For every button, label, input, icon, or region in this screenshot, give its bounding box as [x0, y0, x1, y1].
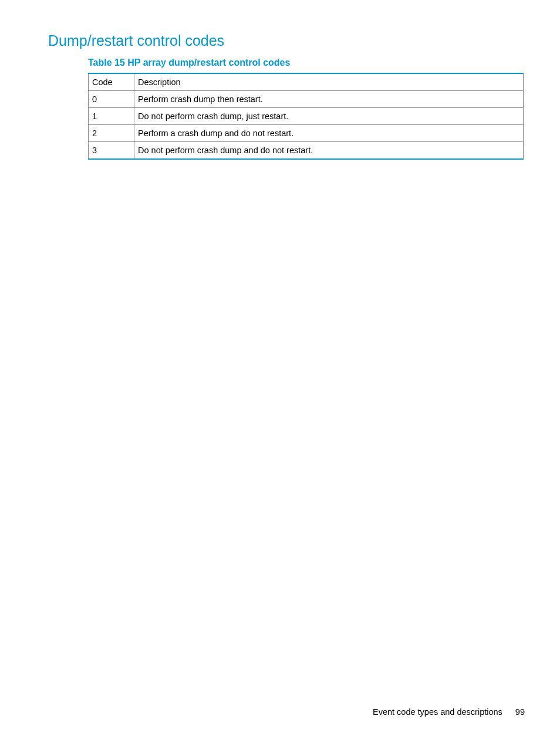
cell-code: 1: [89, 108, 134, 125]
cell-description: Perform a crash dump and do not restart.: [134, 125, 524, 142]
header-code: Code: [89, 73, 134, 91]
table-row: 0 Perform crash dump then restart.: [89, 91, 524, 108]
cell-description: Do not perform crash dump, just restart.: [134, 108, 524, 125]
table-container: Table 15 HP array dump/restart control c…: [88, 58, 525, 160]
cell-code: 0: [89, 91, 134, 108]
control-codes-table: Code Description 0 Perform crash dump th…: [88, 73, 524, 160]
section-heading: Dump/restart control codes: [48, 32, 525, 49]
page-number: 99: [515, 707, 525, 717]
cell-code: 2: [89, 125, 134, 142]
header-description: Description: [134, 73, 524, 91]
cell-description: Do not perform crash dump and do not res…: [134, 142, 524, 160]
table-row: 2 Perform a crash dump and do not restar…: [89, 125, 524, 142]
cell-description: Perform crash dump then restart.: [134, 91, 524, 108]
footer-section-text: Event code types and descriptions: [373, 707, 502, 717]
table-row: 1 Do not perform crash dump, just restar…: [89, 108, 524, 125]
page-footer: Event code types and descriptions 99: [373, 707, 525, 717]
table-caption: Table 15 HP array dump/restart control c…: [88, 58, 525, 68]
table-header-row: Code Description: [89, 73, 524, 91]
table-row: 3 Do not perform crash dump and do not r…: [89, 142, 524, 160]
cell-code: 3: [89, 142, 134, 160]
